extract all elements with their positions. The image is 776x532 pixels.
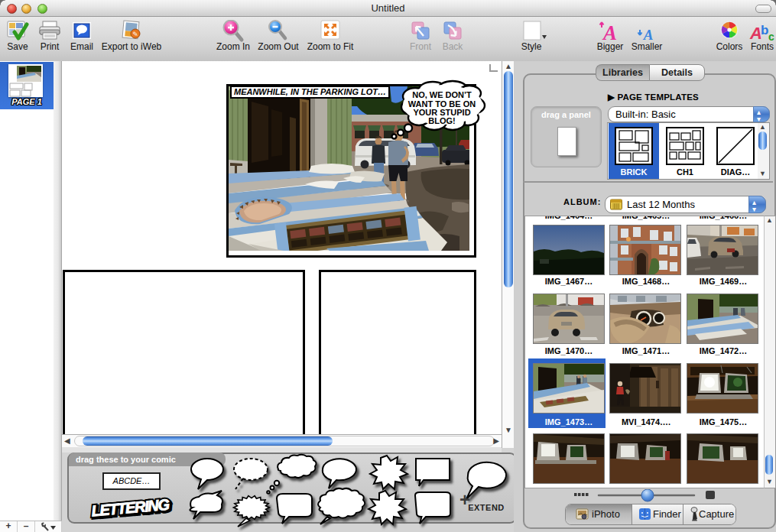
svg-text:WANT TO BE ON: WANT TO BE ON [408, 99, 476, 109]
svg-text:✎: ✎ [132, 31, 138, 38]
svg-text:NO, WE DON’T: NO, WE DON’T [412, 90, 472, 99]
svg-text:A: A [643, 27, 654, 43]
svg-text:b: b [761, 23, 768, 37]
svg-text:EXTEND: EXTEND [468, 503, 505, 512]
svg-text:LETTERING: LETTERING [91, 496, 170, 520]
svg-text:BLOG!: BLOG! [428, 116, 455, 125]
svg-text:A: A [602, 21, 617, 43]
